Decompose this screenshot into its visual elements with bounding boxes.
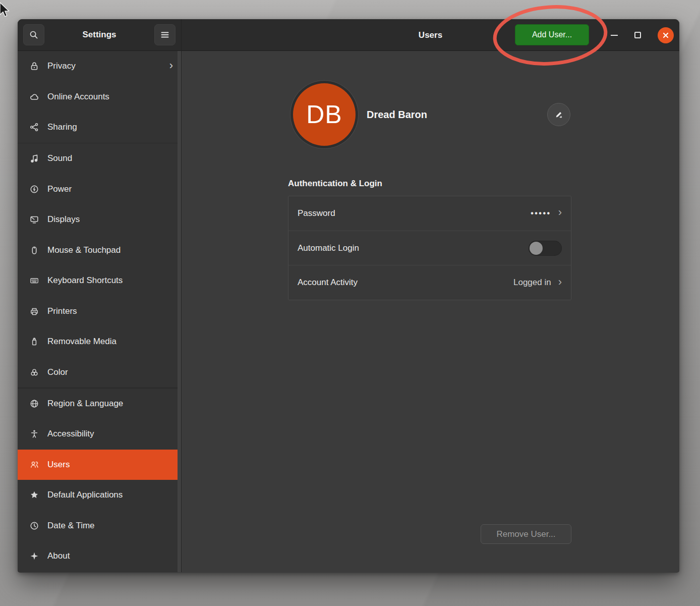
close-button[interactable] [658, 27, 674, 43]
primary-menu-button[interactable] [154, 24, 176, 45]
sidebar-item-label: Online Accounts [47, 92, 109, 102]
sidebar-item-online-accounts[interactable]: Online Accounts [18, 82, 181, 113]
sidebar-item-label: Date & Time [47, 521, 95, 531]
sidebar-item-mouse-touchpad[interactable]: Mouse & Touchpad [18, 235, 181, 266]
headerbar: Settings Users Add User... [18, 19, 679, 51]
automatic-login-toggle[interactable] [529, 241, 562, 256]
desktop-background: Settings Users Add User... [0, 0, 700, 606]
chevron-right-icon: › [558, 277, 562, 289]
cloud-icon [29, 92, 39, 102]
auth-login-card: Password ••••• › Automatic Login [288, 196, 571, 300]
sidebar-item-default-applications[interactable]: Default Applications [18, 480, 181, 511]
sidebar-item-label: Keyboard Shortcuts [47, 276, 123, 286]
toggle-knob [530, 242, 543, 255]
password-dots: ••••• [531, 209, 551, 218]
star-icon [29, 490, 39, 500]
sidebar-item-color[interactable]: Color [18, 357, 181, 388]
color-circles-icon [29, 367, 39, 377]
sidebar-item-date-time[interactable]: Date & Time [18, 511, 181, 541]
sidebar: Privacy › Online Accounts [18, 51, 182, 572]
sidebar-item-privacy[interactable]: Privacy › [18, 51, 181, 82]
sidebar-item-label: Removable Media [47, 337, 116, 347]
sidebar-item-label: Accessibility [47, 429, 94, 439]
sidebar-item-label: Privacy [47, 61, 76, 71]
pencil-icon [554, 109, 564, 120]
password-row[interactable]: Password ••••• › [288, 196, 571, 231]
sidebar-item-printers[interactable]: Printers [18, 296, 181, 327]
sidebar-item-label: Users [47, 460, 70, 470]
chevron-right-icon: › [169, 60, 173, 73]
sidebar-header: Settings [18, 19, 182, 50]
accessibility-icon [29, 429, 39, 439]
sidebar-item-label: Sharing [47, 122, 77, 132]
avatar[interactable]: DB [293, 83, 356, 146]
window-controls [611, 19, 674, 51]
account-activity-value: Logged in [513, 278, 551, 288]
account-activity-label: Account Activity [298, 278, 358, 288]
usb-drive-icon [29, 337, 39, 347]
sidebar-item-label: Color [47, 367, 68, 377]
sidebar-item-label: Power [47, 184, 72, 194]
power-icon [29, 184, 39, 194]
sidebar-item-label: Displays [47, 214, 80, 225]
mouse-cursor [0, 2, 13, 21]
users-icon [29, 460, 39, 470]
sidebar-item-keyboard-shortcuts[interactable]: Keyboard Shortcuts [18, 265, 181, 296]
globe-icon [29, 399, 39, 409]
chevron-right-icon: › [558, 207, 562, 219]
sidebar-item-displays[interactable]: Displays [18, 204, 181, 235]
close-icon [662, 32, 669, 39]
sidebar-item-sharing[interactable]: Sharing [18, 112, 181, 143]
sidebar-item-accessibility[interactable]: Accessibility [18, 419, 181, 450]
share-icon [29, 122, 39, 132]
minimize-button[interactable] [611, 35, 618, 36]
edit-name-button[interactable] [547, 103, 570, 126]
page-title: Users [182, 19, 679, 51]
section-title: Authentication & Login [288, 179, 382, 189]
settings-window: Settings Users Add User... [18, 19, 679, 573]
main-header: Users Add User... [182, 19, 679, 50]
sidebar-item-label: Mouse & Touchpad [47, 245, 121, 255]
sidebar-item-region-language[interactable]: Region & Language [18, 389, 181, 419]
sidebar-item-users[interactable]: Users [18, 450, 181, 480]
sidebar-item-label: Default Applications [47, 490, 123, 500]
add-user-button[interactable]: Add User... [515, 24, 589, 45]
mouse-icon [29, 245, 39, 255]
lock-icon [29, 61, 39, 71]
user-full-name: Dread Baron [367, 109, 427, 121]
sidebar-scrollbar[interactable] [178, 51, 181, 572]
sidebar-item-label: Region & Language [47, 399, 123, 409]
printer-icon [29, 306, 39, 316]
clock-icon [29, 521, 39, 531]
hamburger-menu-icon [160, 30, 170, 40]
display-icon [29, 214, 39, 225]
search-button[interactable] [23, 24, 44, 45]
automatic-login-row: Automatic Login [288, 231, 571, 265]
sidebar-item-sound[interactable]: Sound [18, 143, 181, 174]
account-activity-row[interactable]: Account Activity Logged in › [288, 265, 571, 300]
remove-user-button[interactable]: Remove User... [481, 524, 571, 544]
sidebar-item-label: Sound [47, 153, 72, 163]
keyboard-icon [29, 276, 39, 286]
search-icon [29, 30, 39, 40]
sidebar-item-label: Printers [47, 306, 77, 316]
sidebar-item-label: About [47, 551, 70, 561]
music-note-icon [29, 153, 39, 163]
automatic-login-label: Automatic Login [298, 243, 359, 253]
sparkle-icon [29, 551, 39, 561]
maximize-button[interactable] [634, 32, 641, 38]
sidebar-item-about[interactable]: About [18, 541, 181, 572]
users-panel: DB Dread Baron Authentication & Login Pa… [182, 51, 679, 572]
sidebar-item-power[interactable]: Power [18, 174, 181, 205]
sidebar-item-removable-media[interactable]: Removable Media [18, 326, 181, 357]
password-label: Password [298, 208, 335, 218]
